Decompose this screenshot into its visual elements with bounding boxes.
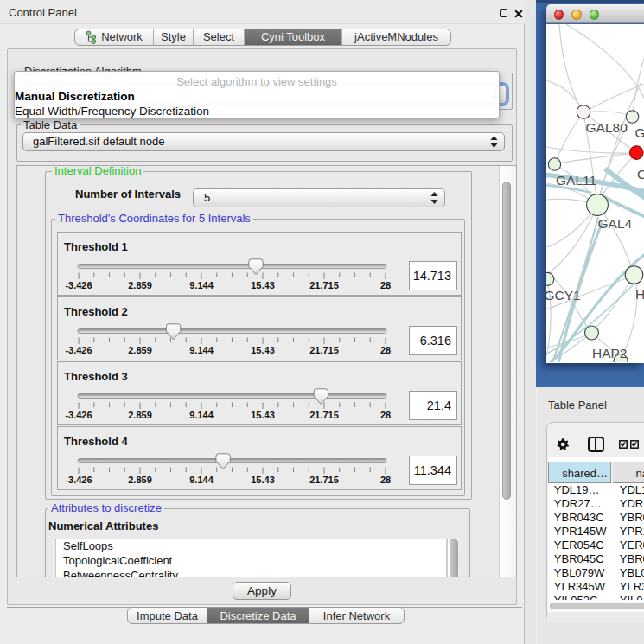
svg-text:28: 28	[380, 410, 391, 420]
svg-text:15.43: 15.43	[251, 345, 275, 355]
svg-text:15.43: 15.43	[251, 475, 275, 485]
svg-text:15.43: 15.43	[251, 410, 275, 420]
svg-text:HAP2: HAP2	[592, 346, 628, 360]
svg-text:GAL11: GAL11	[556, 173, 596, 188]
svg-text:9.144: 9.144	[189, 345, 214, 355]
svg-text:21.715: 21.715	[309, 410, 339, 420]
svg-text:28: 28	[380, 280, 391, 290]
svg-text:2.859: 2.859	[128, 410, 152, 420]
svg-text:21.715: 21.715	[309, 345, 339, 355]
svg-text:GA: GA	[635, 125, 644, 140]
svg-text:21.715: 21.715	[309, 280, 339, 290]
svg-text:28: 28	[380, 345, 391, 355]
svg-text:15.43: 15.43	[251, 280, 275, 290]
svg-text:21.715: 21.715	[309, 475, 339, 485]
svg-text:GAL80: GAL80	[586, 120, 628, 135]
svg-text:H: H	[635, 287, 644, 302]
svg-text:28: 28	[380, 475, 391, 485]
svg-text:9.144: 9.144	[189, 475, 214, 485]
svg-text:GAL4: GAL4	[598, 216, 633, 231]
svg-text:9.144: 9.144	[189, 410, 214, 420]
svg-text:-3.426: -3.426	[65, 410, 92, 420]
svg-text:2.859: 2.859	[128, 345, 152, 355]
svg-text:2.859: 2.859	[128, 280, 152, 290]
svg-text:-3.426: -3.426	[65, 345, 92, 355]
svg-text:9.144: 9.144	[189, 280, 214, 290]
svg-text:C: C	[637, 167, 644, 182]
svg-text:-3.426: -3.426	[65, 280, 92, 290]
svg-text:2.859: 2.859	[128, 475, 152, 485]
svg-text:GCY1: GCY1	[546, 288, 581, 303]
svg-text:-3.426: -3.426	[65, 475, 92, 485]
